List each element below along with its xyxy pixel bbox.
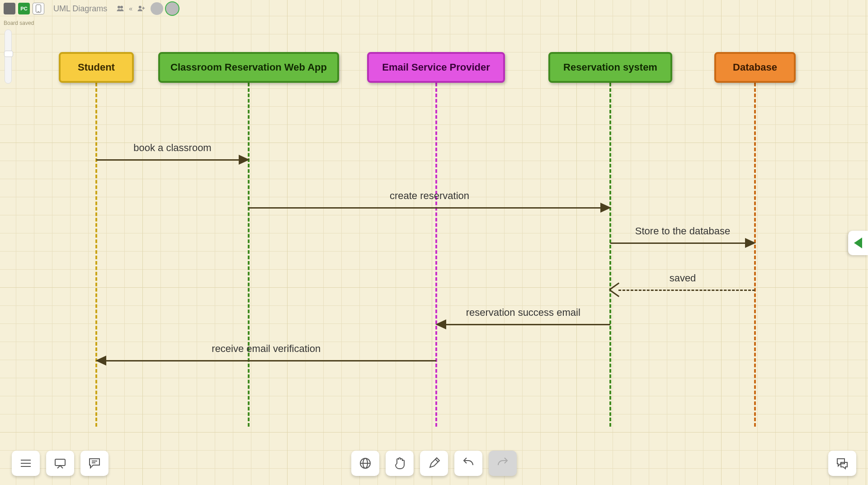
lifeline-email[interactable] [435, 83, 437, 427]
presence-avatar-1[interactable] [151, 2, 163, 15]
actor-label: Email Service Provider [374, 62, 498, 73]
actor-label: Reservation system [555, 62, 665, 73]
message-label: book a classroom [96, 142, 249, 154]
actor-label: Database [725, 62, 785, 73]
svg-rect-6 [55, 459, 65, 466]
comment-button[interactable] [80, 451, 108, 476]
phone-icon [36, 5, 41, 13]
toolbar-right [828, 451, 856, 476]
svg-line-12 [435, 459, 438, 462]
actor-student[interactable]: Student [59, 52, 134, 83]
toolbar-center [351, 451, 517, 476]
svg-point-0 [118, 5, 120, 8]
chevron-left-icon[interactable]: « [129, 5, 132, 12]
draw-button[interactable] [420, 451, 448, 476]
actor-label: Student [70, 62, 123, 73]
actor-webapp[interactable]: Classroom Reservation Web App [158, 52, 339, 83]
message-label: saved [610, 272, 755, 284]
lifeline-webapp[interactable] [248, 83, 250, 427]
top-bar: PC UML Diagrams « [4, 2, 179, 15]
avatar-user-pc[interactable]: PC [18, 3, 30, 14]
message-label: create reservation [249, 190, 610, 202]
svg-point-1 [120, 5, 123, 8]
actor-email[interactable]: Email Service Provider [367, 52, 505, 83]
triangle-left-icon [854, 238, 862, 248]
menu-button[interactable] [12, 451, 40, 476]
expand-panel-button[interactable] [848, 231, 868, 255]
undo-button[interactable] [454, 451, 482, 476]
browse-button[interactable] [351, 451, 379, 476]
svg-point-2 [139, 5, 142, 8]
redo-button [489, 451, 517, 476]
message-label: receive email verification [96, 343, 436, 355]
actor-db[interactable]: Database [714, 52, 796, 83]
zoom-slider[interactable] [5, 29, 12, 84]
message-label: reservation success email [436, 307, 611, 319]
presence-avatar-2[interactable] [166, 2, 179, 15]
presence-avatars [151, 2, 179, 15]
share-icons: « [116, 5, 145, 13]
actor-resv[interactable]: Reservation system [548, 52, 672, 83]
presentation-button[interactable] [46, 451, 74, 476]
toolbar-left [12, 451, 108, 476]
lifeline-student[interactable] [95, 83, 97, 427]
pan-button[interactable] [386, 451, 414, 476]
board-title[interactable]: UML Diagrams [53, 4, 107, 14]
group-icon[interactable] [116, 5, 124, 13]
add-user-icon[interactable] [137, 5, 145, 13]
chat-button[interactable] [828, 451, 856, 476]
lifeline-db[interactable] [754, 83, 756, 427]
save-status: Board saved [4, 20, 34, 26]
zoom-handle[interactable] [4, 51, 13, 57]
lifeline-resv[interactable] [609, 83, 611, 427]
actor-label: Classroom Reservation Web App [162, 62, 335, 73]
message-label: Store to the database [610, 225, 755, 237]
mobile-preview-button[interactable] [33, 3, 44, 14]
avatar-user-1[interactable] [4, 3, 15, 14]
